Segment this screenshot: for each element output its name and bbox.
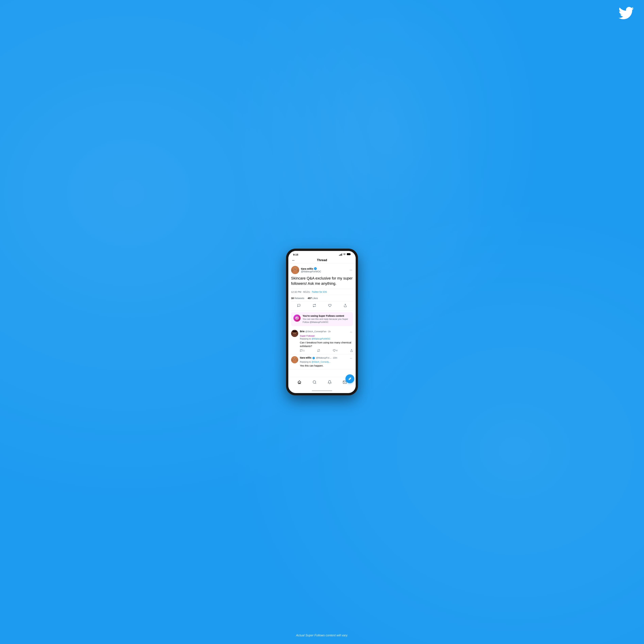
tweet-source-link[interactable]: Twitter for iOS: [312, 291, 327, 293]
tiara-reply-handle: @MakeupFor... · 10m: [316, 357, 337, 359]
like-count: 457 Likes: [308, 297, 318, 300]
twitter-logo-icon: [618, 7, 634, 19]
brie-handle: @Sktch_ComedyFan · 1h: [305, 330, 331, 333]
reply-action-button[interactable]: [296, 302, 302, 309]
status-icons: [339, 253, 351, 256]
share-action-button[interactable]: [342, 302, 348, 309]
author-info: tiara willis ✓ @MakeupForWOC: [301, 267, 347, 273]
tiara-reply-text: Yes this can happen.: [300, 364, 353, 367]
wifi-icon: [343, 253, 346, 256]
signal-bar-2: [340, 255, 340, 256]
tweet-timestamp: 12:32 PM · 9/1/21 · Twitter for iOS: [291, 289, 353, 295]
replying-to-sktch-link[interactable]: @Sktch_Comedy...: [312, 361, 331, 363]
signal-bar-4: [342, 253, 342, 256]
super-follows-text: You're seeing Super Follows content You …: [303, 315, 351, 324]
author-name: tiara willis: [301, 267, 313, 270]
brie-retweet-button[interactable]: [317, 349, 320, 352]
signal-bars-icon: [339, 253, 342, 256]
svg-point-22: [295, 358, 296, 359]
super-follows-banner: You're seeing Super Follows content You …: [291, 312, 353, 326]
bottom-spacer: [288, 370, 356, 377]
home-bar: [312, 390, 332, 391]
phone-mockup: 9:15: [286, 249, 358, 395]
status-time: 9:15: [293, 253, 298, 256]
avatar-brie: [291, 330, 298, 337]
tiara-replying-to: Replying to @Sktch_Comedy...: [300, 361, 353, 363]
replying-to-link[interactable]: @MakeupForWOC: [312, 337, 331, 340]
brie-reply-count: 1: [303, 349, 304, 352]
page-title: Thread: [317, 258, 327, 262]
retweet-count: 18 Retweets: [291, 297, 304, 300]
tweet-author-row: tiara willis ✓ @MakeupForWOC ···: [291, 266, 353, 274]
super-follower-badge: Super Follower: [300, 335, 353, 337]
brie-reply-text: Can I breakout from using too many chemi…: [300, 341, 353, 348]
home-indicator: [288, 388, 356, 393]
author-name-row: tiara willis ✓: [301, 267, 347, 270]
svg-point-5: [293, 271, 298, 273]
svg-point-23: [313, 381, 316, 383]
avatar-tiara: [291, 266, 299, 274]
retweet-action-button[interactable]: [311, 302, 317, 309]
svg-point-7: [295, 269, 296, 269]
tweet-stats: 18 Retweets 457 Likes: [291, 295, 353, 301]
disclaimer-text: Actual Super Follows content will vary.: [296, 634, 348, 637]
signal-bar-1: [339, 255, 340, 256]
status-bar: 9:15: [288, 251, 356, 257]
svg-rect-1: [350, 254, 351, 255]
phone-screen: 9:15: [288, 251, 356, 393]
tiara-reply-name: tiara willis: [300, 356, 311, 359]
brie-share-button[interactable]: [350, 349, 353, 352]
svg-point-20: [292, 360, 297, 362]
reply-tweet-brie: Brie @Sktch_ComedyFan · 1h ··· Super Fol…: [288, 328, 356, 354]
svg-point-15: [295, 332, 296, 333]
avatar-tiara-reply: [291, 356, 298, 363]
battery-icon: [347, 253, 351, 256]
scroll-content[interactable]: tiara willis ✓ @MakeupForWOC ··· Skincar…: [288, 264, 356, 377]
like-action-button[interactable]: [327, 302, 333, 309]
phone-frame: 9:15: [286, 249, 358, 395]
navigation-bar: ← Thread: [288, 257, 356, 264]
svg-point-13: [292, 334, 297, 336]
brie-like-count: 4: [336, 349, 337, 352]
author-handle[interactable]: @MakeupForWOC: [301, 270, 347, 273]
tiara-reply-more-button[interactable]: ···: [349, 356, 353, 361]
brie-replying-to: Replying to @MakeupForWOC: [300, 337, 353, 340]
tweet-text: Skincare Q&A exclusive for my super foll…: [291, 276, 353, 286]
more-options-button[interactable]: ···: [349, 268, 353, 273]
svg-point-21: [294, 358, 294, 359]
tiara-verified-badge: ✓: [312, 357, 315, 359]
compose-fab-button[interactable]: [345, 374, 354, 383]
svg-point-4: [294, 268, 297, 271]
super-follows-description: You can see this and reply because you S…: [303, 318, 351, 324]
super-follows-icon: [293, 315, 301, 322]
search-nav-button[interactable]: [310, 379, 319, 387]
svg-point-6: [294, 269, 295, 269]
brie-reply-actions: 1: [300, 349, 353, 352]
back-button[interactable]: ←: [292, 258, 295, 262]
tiara-reply-content: tiara willis ✓ @MakeupFor... · 10m ··· R…: [300, 356, 353, 367]
brie-name: Brie: [300, 330, 304, 333]
svg-point-14: [294, 332, 294, 333]
reply-tweet-tiara: tiara willis ✓ @MakeupFor... · 10m ··· R…: [288, 354, 356, 370]
verified-badge-icon: ✓: [314, 267, 317, 270]
svg-rect-0: [347, 253, 350, 255]
brie-reply-button[interactable]: 1: [300, 349, 304, 352]
brie-more-button[interactable]: ···: [349, 330, 353, 334]
brie-like-button[interactable]: 4: [333, 349, 337, 352]
brie-name-row: Brie @Sktch_ComedyFan · 1h: [300, 330, 331, 333]
home-nav-button[interactable]: [295, 379, 304, 387]
notifications-nav-button[interactable]: [325, 379, 334, 387]
brie-reply-content: Brie @Sktch_ComedyFan · 1h ··· Super Fol…: [300, 330, 353, 352]
tiara-reply-name-row: tiara willis ✓ @MakeupFor... · 10m: [300, 356, 337, 359]
main-tweet: tiara willis ✓ @MakeupForWOC ··· Skincar…: [288, 264, 356, 310]
signal-bar-3: [341, 254, 341, 256]
super-follows-title: You're seeing Super Follows content: [303, 315, 351, 317]
tweet-actions: [291, 301, 353, 310]
